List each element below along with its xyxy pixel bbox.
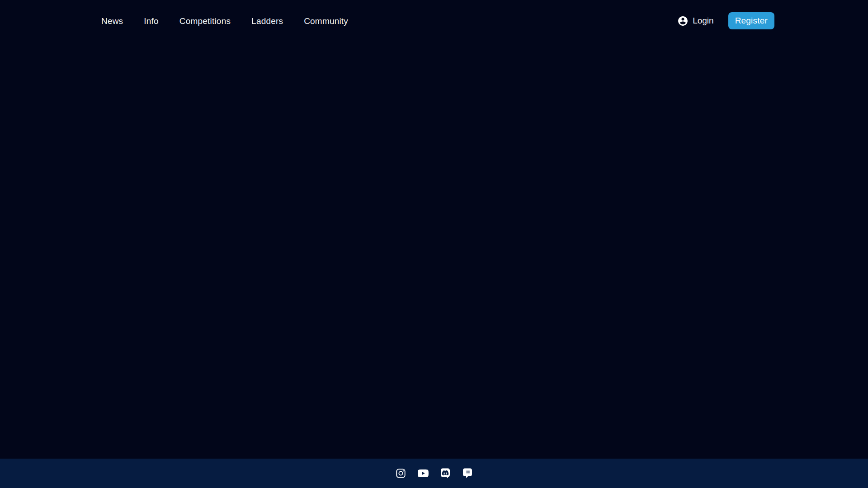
nav-item-news[interactable]: News	[101, 17, 123, 25]
social-link-twitch[interactable]	[462, 468, 473, 479]
nav-item-ladders[interactable]: Ladders	[251, 17, 283, 25]
social-link-discord[interactable]	[440, 468, 451, 479]
nav-item-community[interactable]: Community	[304, 17, 348, 25]
social-link-instagram[interactable]	[396, 468, 406, 479]
youtube-icon	[418, 468, 429, 479]
register-button[interactable]: Register	[728, 12, 774, 29]
site-header: News Info Competitions Ladders Community…	[0, 0, 868, 42]
main-content	[0, 42, 868, 459]
auth-area: Login Register	[677, 12, 774, 29]
social-link-youtube[interactable]	[418, 468, 429, 479]
login-link[interactable]: Login	[677, 15, 714, 27]
main-nav: News Info Competitions Ladders Community	[101, 17, 348, 25]
discord-icon	[440, 468, 451, 479]
nav-item-competitions[interactable]: Competitions	[179, 17, 231, 25]
login-label: Login	[693, 16, 714, 26]
account-circle-icon	[677, 15, 689, 27]
site-footer	[0, 459, 868, 488]
instagram-icon	[396, 468, 406, 479]
nav-item-info[interactable]: Info	[144, 17, 159, 25]
twitch-icon	[462, 468, 473, 479]
